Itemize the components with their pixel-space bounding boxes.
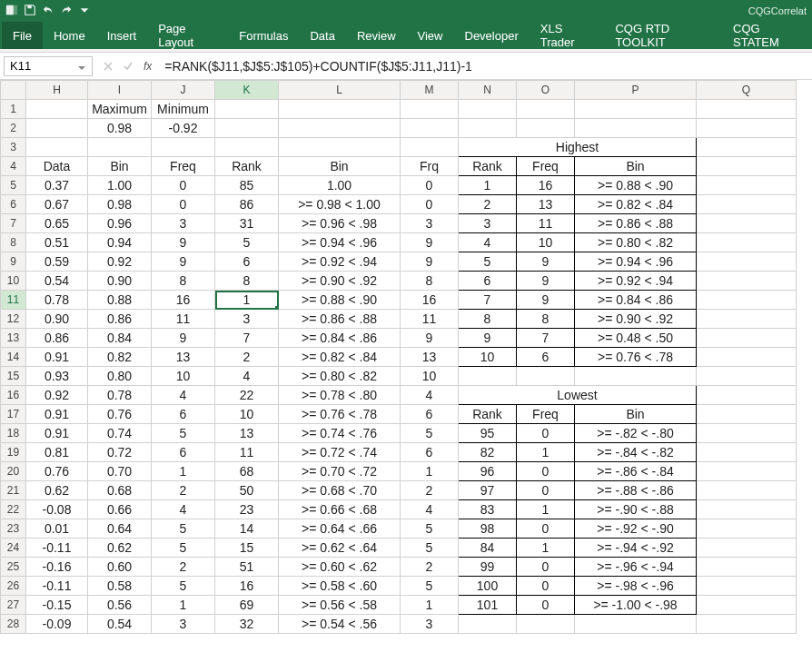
cell-H26[interactable]: -0.11 — [26, 577, 88, 596]
cell-O5[interactable]: 16 — [517, 176, 575, 195]
cell-I9[interactable]: 0.92 — [88, 252, 152, 272]
cell-O22[interactable]: 1 — [517, 500, 575, 519]
cell-K2[interactable] — [215, 119, 279, 138]
cell-H17[interactable]: 0.91 — [26, 405, 88, 424]
cell-M17[interactable]: 6 — [401, 405, 459, 424]
cell-H15[interactable]: 0.93 — [26, 367, 88, 386]
cell-L7[interactable]: >= 0.96 < .98 — [279, 214, 401, 233]
row-header-28[interactable]: 28 — [1, 615, 26, 634]
cell-Q6[interactable] — [697, 195, 797, 214]
cell-L28[interactable]: >= 0.54 < .56 — [279, 615, 401, 634]
cell-N19[interactable]: 82 — [459, 443, 517, 462]
cell-I10[interactable]: 0.90 — [88, 272, 152, 291]
accept-formula-icon[interactable] — [120, 58, 136, 74]
cell-M26[interactable]: 5 — [401, 577, 459, 596]
cell-L5[interactable]: 1.00 — [279, 176, 401, 195]
cell-Q9[interactable] — [697, 252, 797, 272]
cell-M13[interactable]: 9 — [401, 329, 459, 348]
cell-J18[interactable]: 5 — [152, 424, 215, 443]
cell-K13[interactable]: 7 — [215, 329, 279, 348]
cell-H3[interactable] — [26, 138, 88, 157]
row-header-9[interactable]: 9 — [1, 252, 26, 272]
cell-L6[interactable]: >= 0.98 < 1.00 — [279, 195, 401, 214]
cell-I6[interactable]: 0.98 — [88, 195, 152, 214]
save-icon[interactable] — [24, 4, 36, 19]
cell-I17[interactable]: 0.76 — [88, 405, 152, 424]
cell-O7[interactable]: 11 — [517, 214, 575, 233]
cell-P24[interactable]: >= -.94 < -.92 — [575, 539, 697, 558]
cell-K21[interactable]: 50 — [215, 481, 279, 500]
cell-M11[interactable]: 16 — [401, 291, 459, 310]
cell-H12[interactable]: 0.90 — [26, 310, 88, 329]
cell-O24[interactable]: 1 — [517, 539, 575, 558]
cell-N8[interactable]: 4 — [459, 233, 517, 252]
cell-I28[interactable]: 0.54 — [88, 615, 152, 634]
cell-K26[interactable]: 16 — [215, 577, 279, 596]
row-header-20[interactable]: 20 — [1, 462, 26, 481]
cell-Q25[interactable] — [697, 558, 797, 577]
tab-xls-trader[interactable]: XLS Trader — [530, 22, 605, 49]
cell-L13[interactable]: >= 0.84 < .86 — [279, 329, 401, 348]
cell-O18[interactable]: 0 — [517, 424, 575, 443]
cell-Q26[interactable] — [697, 577, 797, 596]
cell-H13[interactable]: 0.86 — [26, 329, 88, 348]
cell-M12[interactable]: 11 — [401, 310, 459, 329]
cell-L16[interactable]: >= 0.78 < .80 — [279, 386, 401, 405]
row-header-27[interactable]: 27 — [1, 596, 26, 615]
cell-J17[interactable]: 6 — [152, 405, 215, 424]
cell-J16[interactable]: 4 — [152, 386, 215, 405]
cell-N21[interactable]: 97 — [459, 481, 517, 500]
hdr-lo-freq[interactable]: Freq — [517, 405, 575, 424]
cell-I2[interactable]: 0.98 — [88, 119, 152, 138]
row-header-8[interactable]: 8 — [1, 233, 26, 252]
cell-J13[interactable]: 9 — [152, 329, 215, 348]
tab-file[interactable]: File — [2, 22, 43, 49]
cell-O27[interactable]: 0 — [517, 596, 575, 615]
row-header-12[interactable]: 12 — [1, 310, 26, 329]
cell-J2[interactable]: -0.92 — [152, 119, 215, 138]
row-header-13[interactable]: 13 — [1, 329, 26, 348]
cell-M22[interactable]: 4 — [401, 500, 459, 519]
hdr-hi-freq[interactable]: Freq — [517, 157, 575, 176]
cell-Q8[interactable] — [697, 233, 797, 252]
hdr-data[interactable]: Data — [26, 157, 88, 176]
row-header-7[interactable]: 7 — [1, 214, 26, 233]
cell-Q2[interactable] — [697, 119, 797, 138]
cell-O15[interactable] — [517, 367, 575, 386]
cell-J6[interactable]: 0 — [152, 195, 215, 214]
cell-M28[interactable]: 3 — [401, 615, 459, 634]
col-header-O[interactable]: O — [517, 81, 575, 100]
cell-Q5[interactable] — [697, 176, 797, 195]
cell-O21[interactable]: 0 — [517, 481, 575, 500]
cell-N22[interactable]: 83 — [459, 500, 517, 519]
cell-L23[interactable]: >= 0.64 < .66 — [279, 519, 401, 539]
cell-Q13[interactable] — [697, 329, 797, 348]
cell-H27[interactable]: -0.15 — [26, 596, 88, 615]
cell-L15[interactable]: >= 0.80 < .82 — [279, 367, 401, 386]
cell-N20[interactable]: 96 — [459, 462, 517, 481]
cell-K17[interactable]: 10 — [215, 405, 279, 424]
row-header-3[interactable]: 3 — [1, 138, 26, 157]
cell-L17[interactable]: >= 0.76 < .78 — [279, 405, 401, 424]
col-header-Q[interactable]: Q — [697, 81, 797, 100]
row-header-19[interactable]: 19 — [1, 443, 26, 462]
col-header-L[interactable]: L — [279, 81, 401, 100]
cell-M18[interactable]: 5 — [401, 424, 459, 443]
cell-H22[interactable]: -0.08 — [26, 500, 88, 519]
worksheet-grid[interactable]: H I J K L M N O P Q 1MaximumMinimum20.98… — [0, 80, 812, 672]
hdr-hi-bin[interactable]: Bin — [575, 157, 697, 176]
cell-Q10[interactable] — [697, 272, 797, 291]
cell-K6[interactable]: 86 — [215, 195, 279, 214]
row-header-17[interactable]: 17 — [1, 405, 26, 424]
cell-N6[interactable]: 2 — [459, 195, 517, 214]
cell-L26[interactable]: >= 0.58 < .60 — [279, 577, 401, 596]
cell-J14[interactable]: 13 — [152, 348, 215, 367]
cell-H25[interactable]: -0.16 — [26, 558, 88, 577]
row-header-15[interactable]: 15 — [1, 367, 26, 386]
cell-J3[interactable] — [152, 138, 215, 157]
col-header-P[interactable]: P — [575, 81, 697, 100]
cell-N23[interactable]: 98 — [459, 519, 517, 539]
cell-M16[interactable]: 4 — [401, 386, 459, 405]
cell-N27[interactable]: 101 — [459, 596, 517, 615]
cell-J1[interactable]: Minimum — [152, 100, 215, 119]
